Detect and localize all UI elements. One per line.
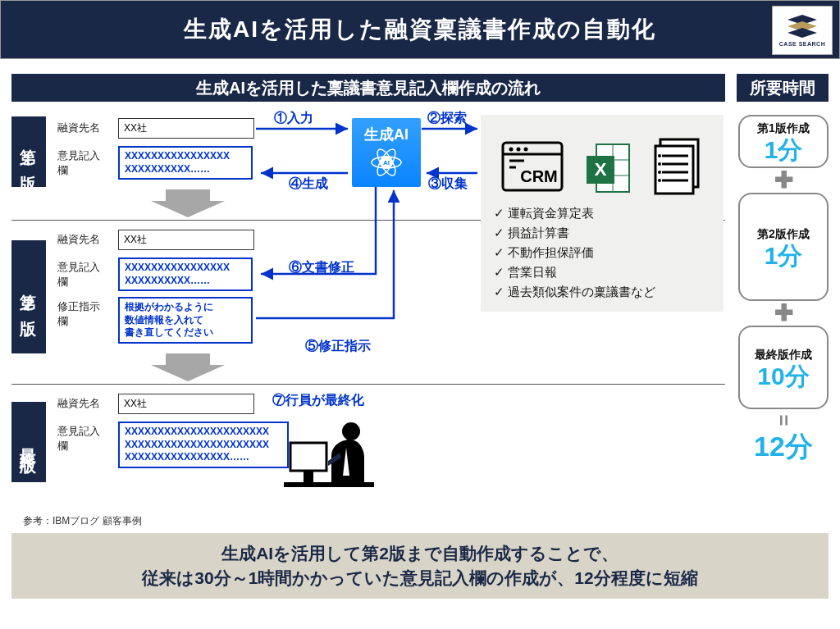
- svg-marker-2: [788, 28, 817, 38]
- svg-rect-38: [284, 482, 374, 487]
- down-arrow-icon: [151, 353, 225, 383]
- opinion-field: XXXXXXXXXXXXXXXX XXXXXXXXXX……: [118, 258, 253, 291]
- v3-row-1: 意見記入欄 XXXXXXXXXXXXXXXXXXXXXX XXXXXXXXXXX…: [57, 422, 289, 468]
- time-value: 1分: [740, 136, 827, 163]
- step-2: ②探索: [427, 110, 467, 127]
- field-label: 意見記入欄: [57, 146, 110, 178]
- svg-point-36: [658, 171, 661, 174]
- opinion-field: XXXXXXXXXXXXXXXXXXXXXX XXXXXXXXXXXXXXXXX…: [118, 422, 289, 468]
- step-3: ③収集: [428, 175, 468, 193]
- v1-row-1: 意見記入欄 XXXXXXXXXXXXXXXX XXXXXXXXXX……: [57, 146, 253, 180]
- field-label: 意見記入欄: [57, 422, 110, 454]
- opinion-field: XXXXXXXXXXXXXXXX XXXXXXXXXX……: [118, 146, 253, 180]
- field-label: 修正指示欄: [57, 297, 110, 329]
- v2-row-1: 意見記入欄 XXXXXXXXXXXXXXXX XXXXXXXXXX……: [57, 258, 253, 291]
- list-item: 営業日報: [494, 262, 710, 282]
- svg-point-15: [509, 148, 514, 152]
- logo: CASE SEARCH: [772, 6, 833, 55]
- footer: 生成AIを活用して第2版まで自動作成することで、 従来は30分～1時間かかってい…: [11, 533, 829, 599]
- page-header: 生成AIを活用した融資稟議書作成の自動化 CASE SEARCH: [0, 0, 840, 59]
- svg-marker-3: [151, 189, 225, 217]
- time-box-1: 第1版作成 1分: [738, 115, 829, 168]
- list-item: 運転資金算定表: [494, 203, 710, 223]
- plus-icon: ✚: [738, 302, 829, 325]
- time-column: 第1版作成 1分 ✚ 第2版作成 1分 ✚ 最終版作成 10分 = 12分: [738, 105, 829, 466]
- company-name-input: XX社: [118, 394, 254, 414]
- arrow-icon: [256, 126, 354, 131]
- svg-point-34: [658, 154, 661, 157]
- field-label: 意見記入欄: [57, 258, 110, 289]
- step-5: ⑤修正指示: [305, 338, 371, 355]
- time-label: 第2版作成: [740, 227, 827, 242]
- svg-text:AI: AI: [383, 159, 390, 166]
- svg-rect-39: [290, 443, 326, 471]
- docs-list: 運転資金算定表 損益計算書 不動作担保評価 営業日報 過去類似案件の稟議書など: [494, 203, 710, 302]
- time-title: 所要時間: [737, 74, 829, 102]
- docs-panel: CRM X 運転資金算定表 損益計算書 不動作担保評価 営業日報: [481, 115, 724, 312]
- svg-point-35: [658, 162, 661, 166]
- time-label: 第1版作成: [740, 121, 827, 136]
- svg-point-41: [342, 422, 360, 440]
- step-1: ①入力: [274, 110, 313, 127]
- subheader: 生成AIを活用した稟議書意見記入欄作成の流れ 所要時間: [11, 74, 829, 102]
- company-name-input: XX社: [118, 230, 254, 250]
- arrow-icon: [422, 171, 484, 175]
- list-item: 過去類似案件の稟議書など: [494, 282, 710, 302]
- time-box-2: 第2版作成 1分: [738, 193, 829, 301]
- reference-note: 参考：IBMブログ 顧客事例: [23, 514, 142, 528]
- svg-point-37: [658, 179, 661, 182]
- time-value: 1分: [740, 242, 827, 269]
- page-title: 生成AIを活用した融資稟議書作成の自動化: [184, 14, 656, 45]
- v1-caption: 第１版: [11, 116, 46, 187]
- svg-rect-40: [304, 471, 313, 482]
- excel-icon: X: [583, 139, 632, 197]
- ai-block: 生成AI AI: [352, 118, 421, 187]
- v1-row-0: 融資先名 XX社: [57, 118, 254, 139]
- instruction-field: 根拠がわかるように 数値情報を入れて 書き直してください: [118, 297, 253, 344]
- svg-rect-29: [655, 146, 693, 194]
- diagram-canvas: 第１版 融資先名 XX社 意見記入欄 XXXXXXXXXXXXXXXX XXXX…: [11, 105, 829, 531]
- svg-marker-4: [151, 353, 225, 381]
- svg-point-17: [524, 148, 528, 152]
- footer-line-2: 従来は30分～1時間かかっていた意見記入欄の作成が、12分程度に短縮: [142, 566, 697, 590]
- svg-text:X: X: [595, 159, 607, 180]
- atom-icon: AI: [368, 144, 404, 180]
- company-name-input: XX社: [118, 118, 254, 139]
- v3-row-0: 融資先名 XX社: [57, 394, 254, 414]
- arrow-icon: [422, 126, 484, 131]
- v2-row-2: 修正指示欄 根拠がわかるように 数値情報を入れて 書き直してください: [57, 297, 253, 344]
- document-icon: [651, 138, 705, 197]
- field-label: 融資先名: [57, 394, 110, 411]
- time-label: 最終版作成: [740, 348, 827, 362]
- logo-text: CASE SEARCH: [779, 41, 825, 47]
- list-item: 不動作担保評価: [494, 243, 710, 262]
- svg-text:CRM: CRM: [520, 167, 558, 185]
- arrow-icon: [256, 171, 354, 175]
- equals-icon: =: [775, 376, 791, 466]
- separator: [11, 384, 725, 385]
- flow-title: 生成AIを活用した稟議書意見記入欄作成の流れ: [11, 74, 725, 102]
- person-icon: [284, 412, 374, 494]
- plus-icon: ✚: [738, 169, 829, 192]
- v3-caption: 最終版: [11, 402, 46, 482]
- arrow-icon: [256, 187, 379, 279]
- crm-icon: CRM: [500, 139, 565, 197]
- list-item: 損益計算書: [494, 223, 710, 243]
- ai-title: 生成AI: [364, 125, 409, 144]
- svg-point-16: [517, 148, 521, 152]
- field-label: 融資先名: [57, 230, 110, 247]
- v2-caption: 第２版: [11, 240, 46, 353]
- footer-line-1: 生成AIを活用して第2版まで自動作成することで、: [221, 541, 619, 566]
- field-label: 融資先名: [57, 118, 110, 135]
- v2-row-0: 融資先名 XX社: [57, 230, 254, 250]
- step-7: ⑦行員が最終化: [272, 392, 364, 409]
- down-arrow-icon: [151, 189, 225, 219]
